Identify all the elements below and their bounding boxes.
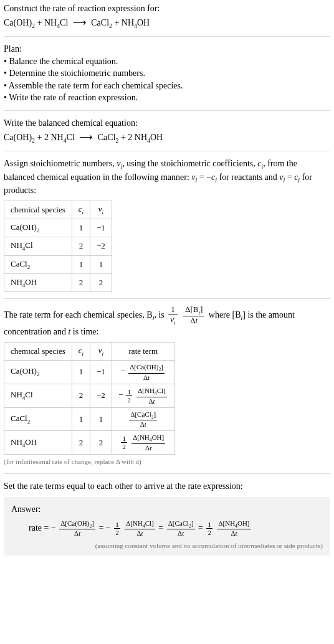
one-over-nu-frac: 1νi bbox=[166, 305, 179, 326]
table-row: CaCl211Δ[CaCl2]Δt bbox=[4, 407, 175, 431]
plan-item: • Write the rate of reaction expression. bbox=[4, 92, 330, 104]
rateterm-intro: The rate term for each chemical species,… bbox=[4, 305, 330, 338]
stoich-table: chemical species ci νi Ca(OH)21−1 NH4Cl2… bbox=[4, 201, 112, 293]
table-row: CaCl211 bbox=[4, 255, 112, 273]
divider bbox=[4, 473, 330, 474]
divider bbox=[4, 110, 330, 111]
answer-box: Answer: rate = − Δ[Ca(OH)2]Δt = − 12 Δ[N… bbox=[4, 497, 330, 556]
col-c: ci bbox=[72, 201, 90, 219]
cell-species: CaCl2 bbox=[4, 407, 72, 431]
cell-v: 2 bbox=[90, 274, 112, 292]
table-header-row: chemical species ci νi rate term bbox=[4, 342, 175, 360]
table-row: NH4OH22 bbox=[4, 274, 112, 292]
table-row: NH4OH2212 Δ[NH4OH]Δt bbox=[4, 431, 175, 455]
text: The rate term for each chemical species,… bbox=[4, 310, 153, 320]
cell-species: CaCl2 bbox=[4, 255, 72, 273]
cell-species: NH4Cl bbox=[4, 384, 72, 407]
cell-c: 2 bbox=[72, 237, 90, 255]
cell-v: −2 bbox=[90, 384, 112, 407]
cell-v: −1 bbox=[90, 361, 112, 384]
col-v: νi bbox=[90, 342, 112, 360]
text: , is bbox=[154, 310, 166, 320]
unbalanced-equation: Ca(OH)2 + NH4Cl ⟶ CaCl2 + NH4OH bbox=[4, 15, 330, 31]
plan-header: Plan: bbox=[4, 43, 330, 55]
cell-v: 2 bbox=[90, 431, 112, 455]
cell-rate-term: 12 Δ[NH4OH]Δt bbox=[112, 431, 174, 455]
document-page: Construct the rate of reaction expressio… bbox=[0, 0, 334, 558]
answer-note: (assuming constant volume and no accumul… bbox=[11, 541, 323, 551]
cell-species: NH4OH bbox=[4, 431, 72, 455]
cell-c: 2 bbox=[72, 431, 90, 455]
text: is time: bbox=[70, 327, 98, 336]
cell-rate-term: − Δ[Ca(OH)2]Δt bbox=[112, 361, 174, 384]
balanced-equation: Ca(OH)2 + 2 NH4Cl ⟶ CaCl2 + 2 NH4OH bbox=[4, 130, 330, 145]
divider bbox=[4, 298, 330, 299]
cell-rate-term: Δ[CaCl2]Δt bbox=[112, 407, 174, 431]
cell-v: 1 bbox=[90, 255, 112, 273]
col-species: chemical species bbox=[4, 342, 72, 360]
cell-v: −2 bbox=[90, 237, 112, 255]
answer-label: Answer: bbox=[11, 503, 323, 516]
cell-c: 1 bbox=[72, 219, 90, 237]
cell-c: 2 bbox=[72, 274, 90, 292]
table-row: NH4Cl2−2 bbox=[4, 237, 112, 255]
table-row: Ca(OH)21−1 bbox=[4, 219, 112, 237]
cell-species: Ca(OH)2 bbox=[4, 361, 72, 384]
col-rate-term: rate term bbox=[112, 342, 174, 360]
plan-item: • Assemble the rate term for each chemic… bbox=[4, 80, 330, 92]
divider bbox=[4, 151, 330, 151]
title: Construct the rate of reaction expressio… bbox=[4, 2, 330, 15]
subscript-i: i bbox=[174, 320, 176, 326]
cell-v: 1 bbox=[90, 407, 112, 431]
stoich-intro: Assign stoichiometric numbers, νi, using… bbox=[4, 158, 330, 197]
divider bbox=[4, 36, 330, 37]
rateterm-table: chemical species ci νi rate term Ca(OH)2… bbox=[4, 342, 175, 455]
cell-c: 1 bbox=[72, 361, 90, 384]
subscript-i: i bbox=[198, 310, 200, 316]
cell-species: Ca(OH)2 bbox=[4, 219, 72, 237]
delta-bi-frac: Δ[Bi]Δt bbox=[181, 305, 206, 326]
col-c: ci bbox=[72, 342, 90, 360]
table-header-row: chemical species ci νi bbox=[4, 201, 112, 219]
table-row: NH4Cl2−2− 12 Δ[NH4Cl]Δt bbox=[4, 384, 175, 407]
text: where [B bbox=[209, 310, 241, 320]
cell-species: NH4Cl bbox=[4, 237, 72, 255]
plan-item: • Balance the chemical equation. bbox=[4, 55, 330, 68]
plan-item: • Determine the stoichiometric numbers. bbox=[4, 67, 330, 80]
cell-c: 1 bbox=[72, 255, 90, 273]
answer-equation: rate = − Δ[Ca(OH)2]Δt = − 12 Δ[NH4Cl]Δt … bbox=[11, 519, 323, 537]
infinitesimal-note: (for infinitesimal rate of change, repla… bbox=[4, 457, 330, 466]
col-v: νi bbox=[90, 201, 112, 219]
cell-v: −1 bbox=[90, 219, 112, 237]
cell-c: 2 bbox=[72, 384, 90, 407]
balanced-intro: Write the balanced chemical equation: bbox=[4, 117, 330, 130]
cell-c: 1 bbox=[72, 407, 90, 431]
cell-rate-term: − 12 Δ[NH4Cl]Δt bbox=[112, 384, 174, 407]
table-row: Ca(OH)21−1− Δ[Ca(OH)2]Δt bbox=[4, 361, 175, 384]
cell-species: NH4OH bbox=[4, 274, 72, 292]
t-var: t bbox=[196, 316, 198, 325]
set-equal-text: Set the rate terms equal to each other t… bbox=[4, 480, 330, 493]
col-species: chemical species bbox=[4, 201, 72, 219]
